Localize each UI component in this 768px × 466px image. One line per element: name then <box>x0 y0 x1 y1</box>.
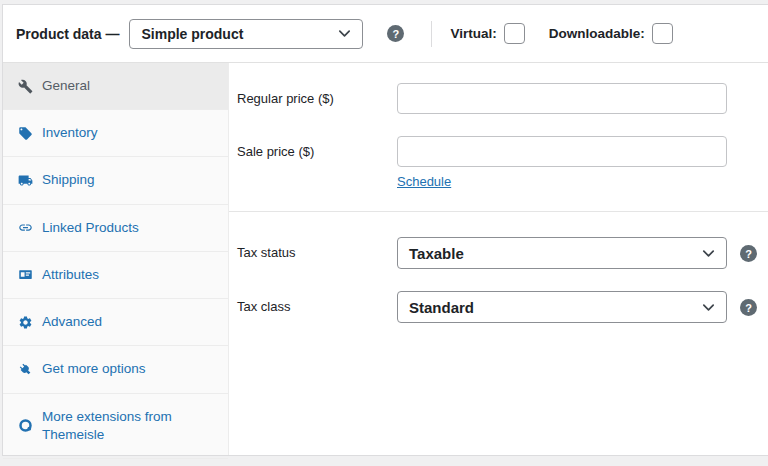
chevron-down-icon <box>701 246 716 261</box>
tax-status-row: Tax status Taxable ? <box>237 237 768 269</box>
metabox-header: Product data — Simple product ? Virtual:… <box>3 5 768 63</box>
tab-inventory[interactable]: Inventory <box>3 110 228 157</box>
tab-advanced[interactable]: Advanced <box>3 299 228 346</box>
help-icon[interactable]: ? <box>740 299 757 316</box>
sale-price-row: Sale price ($) Schedule <box>237 136 768 189</box>
product-data-tabs: General Inventory Shipping Linked Produc… <box>3 63 229 455</box>
tab-attributes[interactable]: Attributes <box>3 252 228 299</box>
tab-label: Attributes <box>42 266 99 284</box>
tab-label: Linked Products <box>42 219 139 237</box>
header-divider <box>431 21 432 47</box>
link-icon <box>17 220 33 236</box>
help-icon[interactable]: ? <box>740 245 757 262</box>
product-type-select[interactable]: Simple product <box>129 19 363 49</box>
themeisle-icon <box>17 418 33 434</box>
metabox-body: General Inventory Shipping Linked Produc… <box>3 63 768 455</box>
tax-class-label: Tax class <box>237 291 397 314</box>
tag-icon <box>17 125 33 141</box>
tab-label: Inventory <box>42 124 98 142</box>
chevron-down-icon <box>337 26 352 41</box>
regular-price-label: Regular price ($) <box>237 83 397 106</box>
tab-more-extensions[interactable]: More extensions from Themeisle <box>3 394 228 459</box>
help-icon[interactable]: ? <box>387 25 404 42</box>
schedule-link[interactable]: Schedule <box>397 174 451 189</box>
truck-icon <box>17 173 33 189</box>
tab-label: General <box>42 77 90 95</box>
plug-icon <box>17 361 33 377</box>
tab-linked-products[interactable]: Linked Products <box>3 205 228 252</box>
tab-label: Shipping <box>42 171 95 189</box>
section-divider <box>229 211 768 212</box>
wrench-icon <box>17 78 33 94</box>
virtual-label: Virtual: <box>450 26 496 41</box>
chevron-down-icon <box>701 300 716 315</box>
tax-class-select[interactable]: Standard <box>397 291 727 323</box>
tab-label: More extensions from Themeisle <box>42 408 207 444</box>
tab-get-more-options[interactable]: Get more options <box>3 346 228 393</box>
tax-class-row: Tax class Standard ? <box>237 291 768 323</box>
downloadable-checkbox[interactable] <box>652 23 673 44</box>
tab-shipping[interactable]: Shipping <box>3 157 228 204</box>
page-title: Product data — <box>16 26 119 42</box>
gear-icon <box>17 314 33 330</box>
product-type-value: Simple product <box>141 26 243 42</box>
tax-status-label: Tax status <box>237 237 397 260</box>
card-icon <box>17 267 33 283</box>
sale-price-input[interactable] <box>397 136 727 167</box>
product-data-metabox: Product data — Simple product ? Virtual:… <box>2 4 768 456</box>
tab-label: Advanced <box>42 313 102 331</box>
virtual-checkbox[interactable] <box>504 23 525 44</box>
downloadable-label: Downloadable: <box>549 26 645 41</box>
general-panel: Regular price ($) Sale price ($) Schedul… <box>229 63 768 455</box>
tax-status-value: Taxable <box>409 245 464 262</box>
tax-status-select[interactable]: Taxable <box>397 237 727 269</box>
tab-general[interactable]: General <box>3 63 228 110</box>
regular-price-row: Regular price ($) <box>237 83 768 114</box>
sale-price-label: Sale price ($) <box>237 136 397 159</box>
tax-class-value: Standard <box>409 299 474 316</box>
tab-label: Get more options <box>42 360 146 378</box>
regular-price-input[interactable] <box>397 83 727 114</box>
